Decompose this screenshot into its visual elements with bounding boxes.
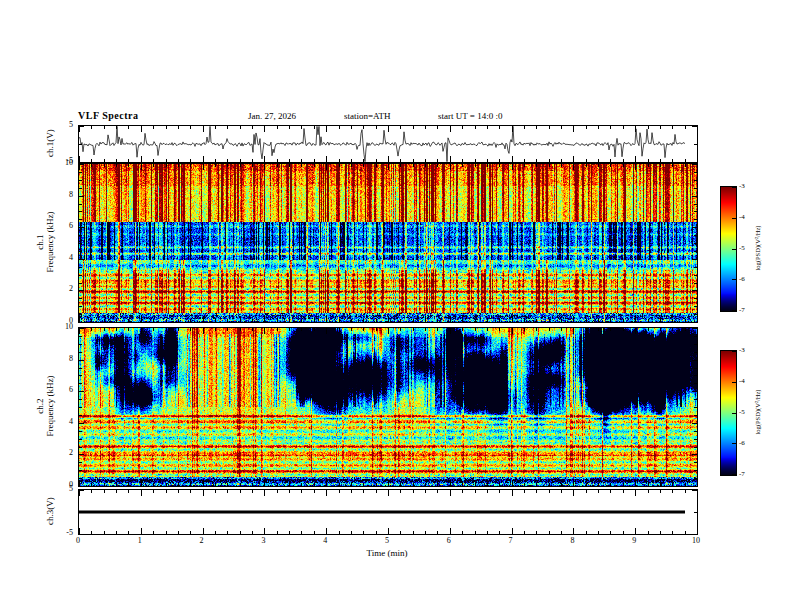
colorbar-tick-label: -7 (739, 469, 745, 479)
ch1-wave-y-axis-label: ch.1(V) (45, 129, 55, 157)
x-tick-label: 10 (686, 536, 706, 546)
ch2-spectrogram-panel (78, 327, 698, 487)
x-tick-label: 3 (253, 536, 273, 546)
x-tick-label: 5 (377, 536, 397, 546)
x-tick-label: 9 (624, 536, 644, 546)
colorbar-ch2-canvas (721, 351, 736, 475)
colorbar-ch2-label: log(PSD)(V²/Hz) (754, 390, 761, 435)
colorbar-ch1-label: log(PSD)(V²/Hz) (754, 226, 761, 271)
y-tick-label: 5 (46, 484, 73, 494)
colorbar-ch1-canvas (721, 187, 736, 311)
ch1-waveform-panel (78, 125, 698, 163)
colorbar-tick-label: -5 (739, 243, 745, 253)
colorbar-tick-label: -7 (739, 305, 745, 315)
colorbar-tick-label: -5 (739, 407, 745, 417)
y-tick-label: 8 (46, 190, 73, 200)
ch1-waveform-canvas (79, 126, 697, 162)
colorbar-tick-label: -4 (739, 212, 745, 222)
x-tick-label: 4 (315, 536, 335, 546)
x-tick-label: 6 (439, 536, 459, 546)
x-tick-label: 1 (130, 536, 150, 546)
plot-title: VLF Spectra (78, 110, 138, 121)
plot-start-ut: start UT = 14:0 :0 (438, 111, 502, 121)
y-tick-label: 10 (46, 158, 73, 168)
y-tick-label: 4 (46, 417, 73, 427)
x-axis-label: Time (min) (367, 548, 408, 558)
y-tick-label: 6 (46, 385, 73, 395)
y-tick-label: 5 (46, 120, 73, 130)
ch2-spectrogram-canvas (79, 328, 697, 486)
ch1-spectrogram-canvas (79, 164, 697, 322)
colorbar-tick-label: -3 (739, 181, 745, 191)
plot-date: Jan. 27, 2026 (248, 111, 296, 121)
y-tick-label: 4 (46, 253, 73, 263)
ch3-waveform-panel (78, 489, 698, 535)
y-tick-label: 8 (46, 354, 73, 364)
x-tick-label: 8 (562, 536, 582, 546)
colorbar-ch2 (720, 350, 737, 476)
y-tick-label: -5 (46, 528, 73, 538)
colorbar-ch1 (720, 186, 737, 312)
y-tick-label: 10 (46, 322, 73, 332)
plot-station: station=ATH (344, 111, 391, 121)
ch3-waveform-canvas (79, 490, 697, 534)
y-tick-label: 2 (46, 284, 73, 294)
y-tick-label: 6 (46, 221, 73, 231)
colorbar-tick-label: -6 (739, 274, 745, 284)
x-tick-label: 7 (501, 536, 521, 546)
x-tick-label: 2 (192, 536, 212, 546)
ch3-wave-y-axis-label: ch.3(V) (45, 497, 55, 525)
colorbar-tick-label: -6 (739, 438, 745, 448)
vlf-spectra-figure: VLF Spectra Jan. 27, 2026 station=ATH st… (0, 0, 792, 612)
colorbar-tick-label: -3 (739, 345, 745, 355)
ch1-spectrogram-panel (78, 163, 698, 323)
colorbar-tick-label: -4 (739, 376, 745, 386)
y-tick-label: 2 (46, 448, 73, 458)
